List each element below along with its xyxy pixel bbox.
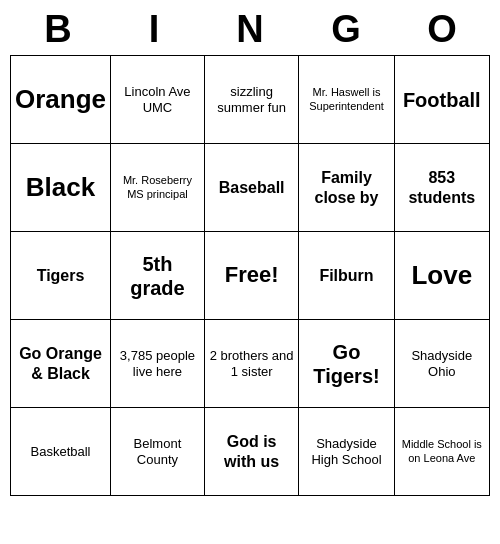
bingo-title: B I N G O [10, 0, 490, 55]
letter-i: I [124, 8, 184, 51]
cell-3-1: 3,785 people live here [111, 320, 205, 408]
cell-4-1: Belmont County [111, 408, 205, 496]
letter-n: N [220, 8, 280, 51]
cell-1-2: Baseball [204, 144, 299, 232]
letter-o: O [412, 8, 472, 51]
cell-4-2: God is with us [204, 408, 299, 496]
cell-2-0: Tigers [11, 232, 111, 320]
cell-3-0: Go Orange & Black [11, 320, 111, 408]
cell-4-3: Shadyside High School [299, 408, 394, 496]
cell-2-2: Free! [204, 232, 299, 320]
cell-4-4: Middle School is on Leona Ave [394, 408, 489, 496]
cell-0-0: Orange [11, 56, 111, 144]
cell-0-3: Mr. Haswell is Superintendent [299, 56, 394, 144]
cell-3-2: 2 brothers and 1 sister [204, 320, 299, 408]
cell-1-0: Black [11, 144, 111, 232]
cell-1-4: 853 students [394, 144, 489, 232]
cell-1-1: Mr. Roseberry MS principal [111, 144, 205, 232]
cell-0-2: sizzling summer fun [204, 56, 299, 144]
letter-g: G [316, 8, 376, 51]
cell-3-4: Shadyside Ohio [394, 320, 489, 408]
cell-0-1: Lincoln Ave UMC [111, 56, 205, 144]
letter-b: B [28, 8, 88, 51]
cell-3-3: Go Tigers! [299, 320, 394, 408]
cell-2-3: Filburn [299, 232, 394, 320]
cell-1-3: Family close by [299, 144, 394, 232]
cell-2-4: Love [394, 232, 489, 320]
bingo-grid: OrangeLincoln Ave UMCsizzling summer fun… [10, 55, 490, 496]
cell-4-0: Basketball [11, 408, 111, 496]
cell-2-1: 5th grade [111, 232, 205, 320]
cell-0-4: Football [394, 56, 489, 144]
